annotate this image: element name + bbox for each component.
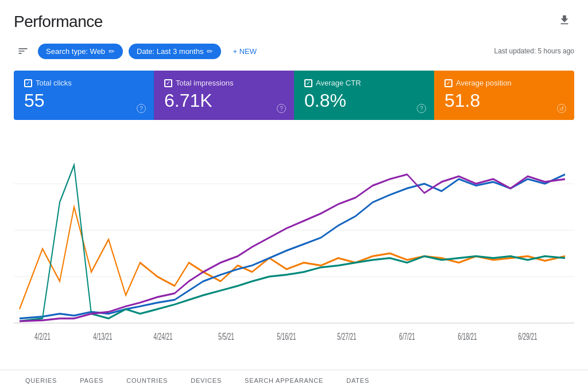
performance-chart[interactable]: 4/2/21 4/13/21 4/24/21 5/5/21 5/16/21 5/… xyxy=(14,128,574,370)
bottom-tabs: QUERIES PAGES COUNTRIES DEVICES SEARCH A… xyxy=(0,370,588,392)
svg-text:4/13/21: 4/13/21 xyxy=(93,332,112,342)
search-type-edit-icon: ✏ xyxy=(109,47,115,56)
chart-container: 4/2/21 4/13/21 4/24/21 5/5/21 5/16/21 5/… xyxy=(14,128,574,370)
metric-label-row-clicks: Total clicks xyxy=(24,79,144,87)
metrics-row: Total clicks 55 ? Total impressions 6.71… xyxy=(14,71,574,120)
date-edit-icon: ✏ xyxy=(207,47,213,56)
svg-text:6/29/21: 6/29/21 xyxy=(518,332,537,342)
svg-text:6/7/21: 6/7/21 xyxy=(399,332,415,342)
metric-value-impressions: 6.71K xyxy=(164,91,284,111)
page-title: Performance xyxy=(14,13,103,31)
search-type-label: Search type: Web xyxy=(46,47,105,56)
svg-text:6/18/21: 6/18/21 xyxy=(458,332,477,342)
metric-label-row-position: Average position xyxy=(444,79,564,87)
download-button[interactable] xyxy=(555,10,574,33)
svg-text:5/5/21: 5/5/21 xyxy=(218,332,234,342)
header-actions xyxy=(555,10,574,33)
metric-card-impressions[interactable]: Total impressions 6.71K ? xyxy=(154,71,294,120)
metric-label-ctr: Average CTR xyxy=(316,79,361,87)
metric-help-impressions: ? xyxy=(277,104,286,113)
tab-queries[interactable]: QUERIES xyxy=(14,370,68,392)
date-label: Date: Last 3 months xyxy=(137,47,203,56)
metric-value-clicks: 55 xyxy=(24,91,144,111)
metric-card-clicks[interactable]: Total clicks 55 ? xyxy=(14,71,154,120)
metric-value-position: 51.8 xyxy=(444,91,564,111)
metric-label-impressions: Total impressions xyxy=(176,79,233,87)
page-wrapper: Performance Search type: Web ✏ Date: Las… xyxy=(0,0,588,392)
tab-countries[interactable]: COUNTRIES xyxy=(115,370,179,392)
search-type-chip[interactable]: Search type: Web ✏ xyxy=(38,44,123,59)
filter-icon-button[interactable] xyxy=(14,43,32,59)
header: Performance xyxy=(0,0,588,37)
metric-help-position: ↺ xyxy=(557,104,566,113)
svg-text:4/24/21: 4/24/21 xyxy=(153,332,172,342)
tab-pages[interactable]: PAGES xyxy=(68,370,115,392)
last-updated-text: Last updated: 5 hours ago xyxy=(494,47,574,55)
tab-search-appearance[interactable]: SEARCH APPEARANCE xyxy=(233,370,335,392)
metric-checkbox-position xyxy=(444,79,452,87)
metric-help-ctr: ? xyxy=(417,104,426,113)
metric-label-row-ctr: Average CTR xyxy=(304,79,424,87)
tab-devices[interactable]: DEVICES xyxy=(179,370,233,392)
metric-card-ctr[interactable]: Average CTR 0.8% ? xyxy=(294,71,434,120)
svg-text:5/16/21: 5/16/21 xyxy=(277,332,296,342)
metric-card-position[interactable]: Average position 51.8 ↺ xyxy=(434,71,574,120)
svg-text:5/27/21: 5/27/21 xyxy=(337,332,356,342)
metric-label-position: Average position xyxy=(456,79,512,87)
metric-label-row-impressions: Total impressions xyxy=(164,79,284,87)
tab-spacer xyxy=(381,370,574,392)
metric-help-clicks: ? xyxy=(137,104,146,113)
tab-dates[interactable]: DATES xyxy=(335,370,381,392)
date-chip[interactable]: Date: Last 3 months ✏ xyxy=(129,44,221,59)
metric-checkbox-ctr xyxy=(304,79,312,87)
new-button[interactable]: + NEW xyxy=(227,44,262,59)
metric-label-clicks: Total clicks xyxy=(36,79,72,87)
metric-value-ctr: 0.8% xyxy=(304,91,424,111)
metric-checkbox-clicks xyxy=(24,79,32,87)
metric-checkbox-impressions xyxy=(164,79,172,87)
toolbar: Search type: Web ✏ Date: Last 3 months ✏… xyxy=(0,37,588,65)
svg-text:4/2/21: 4/2/21 xyxy=(34,332,51,342)
